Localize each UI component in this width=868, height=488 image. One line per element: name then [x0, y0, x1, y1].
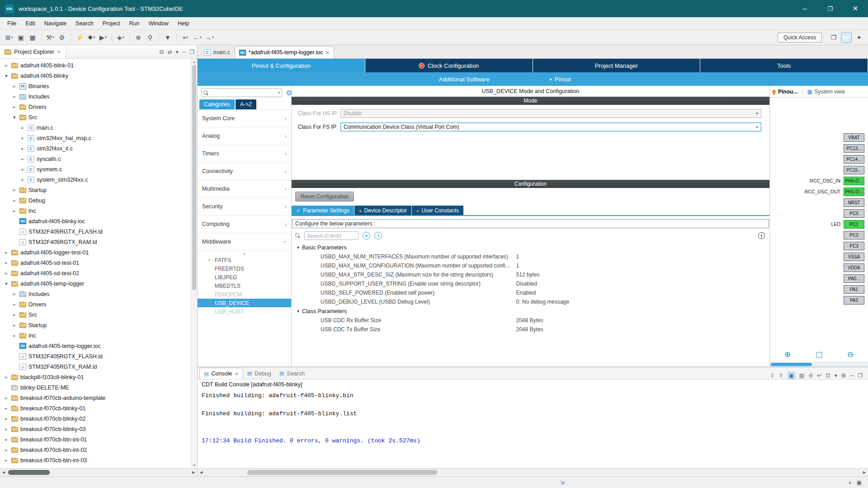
maximize-console-icon[interactable]: ❐: [858, 372, 863, 379]
tree-item[interactable]: Inc: [0, 330, 191, 341]
tree-item[interactable]: adafruit-f405-blinky: [0, 70, 191, 81]
tree-item[interactable]: stm32f4xx_it.c: [0, 143, 191, 154]
tree-item[interactable]: system_stm32f4xx.c: [0, 174, 191, 185]
scroll-right-icon[interactable]: ▶: [190, 469, 197, 476]
category-search-box[interactable]: ▾: [201, 88, 282, 97]
tree-item[interactable]: adafruit-f405-temp-logger: [0, 278, 191, 289]
middleware-item[interactable]: ✓ FATFS: [198, 256, 291, 264]
tree-item[interactable]: adafruit-f405-sd-test-02: [0, 268, 191, 278]
category-row[interactable]: Computing ›: [198, 216, 291, 233]
expand-arrow-icon[interactable]: [4, 416, 9, 421]
pin-box[interactable]: PC14...: [844, 155, 864, 164]
tree-item[interactable]: STM32F405RGTX_FLASH.ld: [0, 351, 191, 361]
expand-arrow-icon[interactable]: [12, 323, 17, 328]
param-value[interactable]: Enabled: [516, 290, 536, 296]
explorer-vertical-scrollbar[interactable]: ▲ ▼: [191, 59, 197, 468]
tree-item[interactable]: Src: [0, 112, 191, 122]
info-icon[interactable]: i: [758, 232, 765, 239]
category-row[interactable]: Middleware ›: [198, 233, 291, 251]
expand-arrow-icon[interactable]: [4, 406, 9, 411]
tree-item[interactable]: breakout-f070cb-btn-int-03: [0, 455, 191, 465]
chip-pinout-canvas[interactable]: VBAT PC13... PC14... PC15...: [770, 98, 868, 347]
expand-arrow-icon[interactable]: [12, 94, 17, 99]
external-tools-icon[interactable]: ◈▾: [115, 32, 126, 43]
scroll-right-icon[interactable]: ▶: [861, 469, 868, 476]
param-row[interactable]: USB CDC Tx Buffer Size2048 Bytes: [292, 325, 769, 334]
tree-item[interactable]: STM32F405RGTX_RAM.ld: [0, 361, 191, 372]
config-tab[interactable]: User Constants: [412, 206, 464, 215]
cubemx-perspective-icon[interactable]: MX: [841, 32, 852, 43]
quick-access-button[interactable]: Quick Access: [778, 33, 822, 42]
expand-parameters-button[interactable]: ▾: [363, 232, 370, 239]
expand-arrow-icon[interactable]: [12, 115, 17, 120]
pin-box[interactable]: VSSA: [844, 253, 864, 261]
ioc-tab[interactable]: ✕ Pinout & Configuration: [198, 59, 365, 72]
tree-item[interactable]: syscalls.c: [0, 154, 191, 164]
scrollbar-thumb[interactable]: [192, 65, 196, 290]
pinout-menu[interactable]: ▾ Pinout: [550, 72, 571, 86]
zoom-out-button[interactable]: ⊖: [847, 350, 854, 359]
collapse-all-icon[interactable]: ⊟: [160, 49, 164, 55]
show-console-on-output-icon[interactable]: ▣: [788, 372, 795, 379]
config-tab[interactable]: Device Descriptor: [354, 206, 412, 215]
chevron-down-icon[interactable]: ▾: [278, 91, 280, 95]
expand-arrow-icon[interactable]: [4, 73, 9, 78]
param-row[interactable]: USBD_MAX_NUM_CONFIGURATION (Maximum numb…: [292, 261, 769, 270]
middleware-item[interactable]: ✓ PDM2PCM: [198, 290, 291, 299]
pin-box[interactable]: PC13...: [844, 144, 864, 153]
ioc-tab[interactable]: ✕ Clock Configuration: [365, 59, 533, 72]
display-console-icon[interactable]: ▾: [835, 372, 837, 379]
expand-arrow-icon[interactable]: [20, 146, 25, 151]
annotation-icon[interactable]: ▼▾: [162, 32, 173, 43]
middleware-item[interactable]: ✓ FREERTOS: [198, 264, 291, 273]
scrollbar-thumb[interactable]: [8, 470, 50, 475]
tree-item[interactable]: Inc: [0, 206, 191, 216]
tree-item[interactable]: breakout-f070cb-blinky-03: [0, 424, 191, 434]
config-tab[interactable]: Parameter Settings: [292, 206, 354, 215]
editor-tab[interactable]: main.c ✕: [199, 46, 235, 58]
expand-arrow-icon[interactable]: [4, 375, 9, 380]
expand-arrow-icon[interactable]: [4, 447, 9, 452]
expand-arrow-icon[interactable]: [4, 63, 9, 68]
ioc-tab[interactable]: ✕ Project Manager: [533, 59, 701, 72]
menu-item[interactable]: Edit: [21, 17, 40, 30]
expand-arrow-icon[interactable]: [12, 84, 17, 89]
expand-arrow-icon[interactable]: [12, 198, 17, 203]
progress-monitor-icon[interactable]: ◐: [849, 479, 852, 486]
tree-item[interactable]: adafruit-f405-blink-01: [0, 60, 191, 70]
scroll-up-icon[interactable]: ▲: [198, 251, 291, 256]
scrollbar-thumb[interactable]: [771, 363, 812, 366]
category-search-input[interactable]: [210, 89, 276, 96]
pin-box[interactable]: PC2: [844, 231, 864, 239]
editor-horizontal-scrollbar[interactable]: ◀ ▶: [198, 469, 868, 476]
middleware-item[interactable]: ✓ LIBJPEG: [198, 273, 291, 282]
expand-arrow-icon[interactable]: [12, 208, 17, 213]
launch-progress-icon[interactable]: ⇲: [560, 479, 564, 486]
pin-box[interactable]: VBAT: [844, 133, 864, 142]
pin-box[interactable]: PC3: [844, 242, 864, 250]
link-with-editor-icon[interactable]: ⇄: [168, 49, 172, 55]
pin-box[interactable]: PA0...: [844, 274, 864, 283]
word-wrap-icon[interactable]: ↩: [817, 372, 822, 379]
forward-icon[interactable]: →▾: [204, 32, 215, 43]
zoom-fit-button[interactable]: ▢: [815, 350, 822, 359]
expand-arrow-icon[interactable]: [12, 104, 17, 109]
run-icon[interactable]: ▶▾: [98, 32, 108, 43]
pin-box[interactable]: PA1: [844, 285, 864, 294]
tree-item[interactable]: STM32F405RGTX_FLASH.ld: [0, 226, 191, 237]
param-value[interactable]: 2048 Bytes: [516, 317, 543, 324]
param-value[interactable]: 512 bytes: [516, 272, 540, 278]
console-output[interactable]: Finished building: adafruit-f405-blinky.…: [198, 389, 868, 468]
scrollbar-thumb[interactable]: [247, 470, 437, 475]
middleware-item[interactable]: ✓ USB_HOST: [198, 307, 291, 316]
collapse-arrow-icon[interactable]: ▾: [297, 309, 299, 314]
back-icon[interactable]: ←▾: [192, 32, 203, 43]
tree-item[interactable]: blinky-DELETE-ME: [0, 382, 191, 393]
param-value[interactable]: 1: [516, 263, 519, 269]
tree-item[interactable]: Includes: [0, 289, 191, 299]
view-menu-icon[interactable]: ▾: [176, 49, 179, 55]
tree-item[interactable]: Src: [0, 310, 191, 320]
category-view-tab[interactable]: A->Z: [236, 99, 256, 109]
open-perspective-icon[interactable]: ❐: [828, 32, 839, 43]
tree-item[interactable]: blackpill-f103c8-blinky-01: [0, 372, 191, 382]
